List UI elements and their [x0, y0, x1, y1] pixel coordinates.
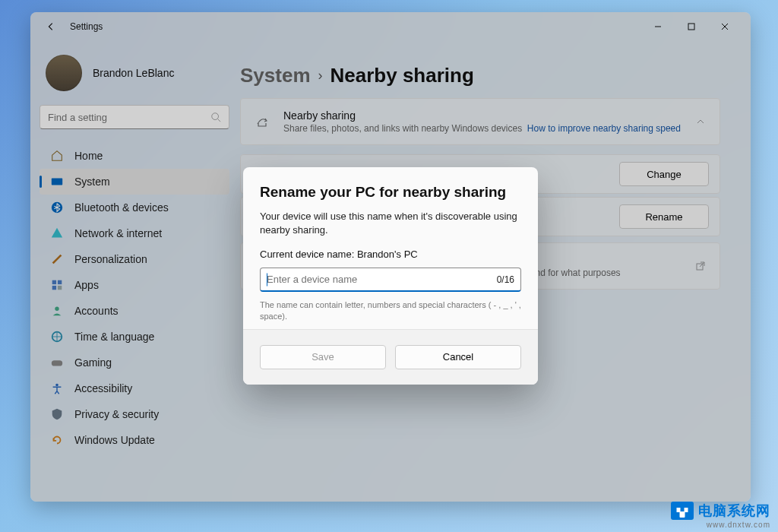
watermark-text-cn: 电脑系统网: [698, 502, 770, 520]
modal-scrim: Rename your PC for nearby sharing Your d…: [30, 12, 751, 502]
settings-window: Settings Brandon LeBlanc Home System Blu…: [30, 12, 751, 502]
char-counter: 0/16: [497, 274, 514, 285]
rename-dialog: Rename your PC for nearby sharing Your d…: [243, 167, 538, 385]
watermark-logo-icon: [671, 502, 694, 520]
dialog-title: Rename your PC for nearby sharing: [260, 184, 521, 201]
dialog-description: Your device will use this name when it's…: [260, 210, 521, 236]
text-caret: [267, 273, 267, 286]
watermark: 电脑系统网 www.dnxtw.com: [671, 502, 770, 529]
input-hint: The name can contain letter, numbers and…: [260, 299, 521, 323]
cancel-button[interactable]: Cancel: [395, 345, 521, 369]
device-name-input-wrapper[interactable]: 0/16: [260, 268, 521, 292]
watermark-url: www.dnxtw.com: [671, 521, 770, 529]
device-name-input[interactable]: [267, 274, 497, 285]
current-device-name: Current device name: Brandon's PC: [260, 249, 521, 260]
save-button[interactable]: Save: [260, 345, 386, 369]
